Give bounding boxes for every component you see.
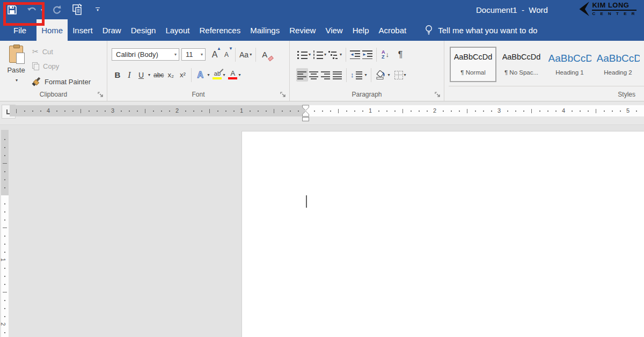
bullets-button[interactable]: ▾: [296, 48, 312, 61]
borders-button[interactable]: ▾: [393, 68, 407, 82]
font-dialog-launcher[interactable]: [280, 91, 287, 98]
tab-file[interactable]: File: [4, 19, 35, 41]
style-heading1-name: Heading 1: [555, 69, 583, 76]
logo-chevron-icon: [579, 2, 590, 16]
redo-button[interactable]: [50, 3, 63, 16]
copy-ribbon-button[interactable]: Copy: [32, 62, 59, 70]
tab-layout[interactable]: Layout: [160, 19, 194, 41]
numbering-button[interactable]: ▾: [312, 48, 327, 61]
ruler-tick: [4, 236, 5, 237]
subscript-button[interactable]: x₂: [165, 68, 177, 82]
change-case-button[interactable]: Aa▾: [238, 48, 253, 61]
text-effects-arrow-icon[interactable]: ▾: [207, 72, 209, 77]
align-left-button[interactable]: [296, 68, 308, 82]
tab-view[interactable]: View: [320, 19, 347, 41]
ruler-tick: [201, 111, 202, 112]
ruler-tick: [4, 171, 5, 172]
tab-draw[interactable]: Draw: [98, 19, 126, 41]
ruler-tick: [185, 111, 186, 112]
underline-button[interactable]: U: [135, 68, 147, 82]
multilevel-list-button[interactable]: ▾: [327, 48, 343, 61]
ruler-tick: [4, 244, 5, 245]
tab-references[interactable]: References: [194, 19, 245, 41]
font-color-arrow-icon[interactable]: ▾: [238, 72, 240, 77]
strikethrough-button[interactable]: abc: [152, 68, 165, 82]
font-name-dropdown-arrow-icon[interactable]: ▾: [172, 52, 177, 57]
increase-indent-button[interactable]: [361, 48, 374, 61]
style-heading1[interactable]: AaBbCcDd Heading 1: [546, 47, 593, 82]
clear-formatting-button[interactable]: A: [259, 48, 270, 61]
text-effects-button[interactable]: A: [194, 68, 206, 82]
indent-markers[interactable]: [302, 105, 310, 122]
ruler-number: 2: [0, 323, 6, 326]
align-center-button[interactable]: [308, 68, 320, 82]
tab-design[interactable]: Design: [126, 19, 161, 41]
copy-button[interactable]: [71, 3, 84, 16]
ruler-tick: [555, 111, 557, 112]
align-right-button[interactable]: [320, 68, 332, 82]
cut-button[interactable]: ✂ Cut: [32, 47, 53, 56]
paste-dropdown-arrow-icon[interactable]: ▾: [16, 78, 18, 83]
paragraph-dialog-launcher[interactable]: [434, 91, 441, 98]
horizontal-ruler[interactable]: 432112345: [10, 105, 644, 116]
line-spacing-button[interactable]: ↕ ▾: [349, 68, 368, 82]
show-hide-pilcrow-button[interactable]: ¶: [394, 48, 406, 61]
clipboard-dialog-launcher[interactable]: [97, 91, 104, 98]
paste-button[interactable]: Paste ▾: [3, 43, 30, 93]
ruler-number: 2: [175, 107, 179, 114]
style-heading1-preview: AaBbCcDd: [548, 53, 591, 67]
ruler-tick: [394, 111, 396, 112]
tell-me-label: Tell me what you want to do: [438, 26, 537, 35]
tab-review[interactable]: Review: [284, 19, 320, 41]
save-button[interactable]: [5, 3, 18, 16]
highlight-arrow-icon[interactable]: ▾: [223, 72, 225, 77]
tab-home[interactable]: Home: [36, 19, 68, 41]
tell-me-box[interactable]: Tell me what you want to do: [425, 19, 537, 41]
highlight-button[interactable]: ab: [213, 68, 222, 82]
style-normal[interactable]: AaBbCcDd ¶ Normal: [450, 47, 496, 82]
vertical-ruler[interactable]: 12: [1, 130, 9, 337]
styles-group: AaBbCcDd ¶ Normal AaBbCcDd ¶ No Spac... …: [444, 41, 644, 101]
undo-dropdown-arrow-icon[interactable]: ▾: [41, 8, 43, 12]
eraser-icon: [268, 56, 274, 61]
style-no-spacing[interactable]: AaBbCcDd ¶ No Spac...: [498, 47, 545, 82]
style-no-spacing-name: ¶ No Spac...: [504, 69, 538, 76]
decrease-indent-button[interactable]: [349, 48, 361, 61]
style-normal-name: ¶ Normal: [460, 69, 485, 76]
ruler-tick: [72, 111, 74, 112]
font-color-button[interactable]: A: [228, 68, 237, 82]
justify-button[interactable]: [332, 68, 343, 82]
customize-qat-button[interactable]: ▾: [91, 3, 104, 16]
format-painter-button[interactable]: Format Painter: [32, 77, 91, 86]
ruler-half-tick: [16, 109, 17, 113]
clipboard-group-label: Clipboard: [0, 91, 107, 98]
document-page[interactable]: [241, 131, 644, 337]
shading-button[interactable]: ▾: [374, 68, 391, 82]
ruler-half-tick: [3, 292, 7, 292]
font-name-combobox[interactable]: Calibri (Body) ▾: [112, 48, 179, 61]
undo-button[interactable]: [26, 3, 39, 16]
superscript-button[interactable]: x²: [177, 68, 188, 82]
ruler-half-tick: [80, 109, 81, 113]
borders-arrow-icon: ▾: [404, 72, 406, 77]
increase-indent-icon: [362, 50, 372, 59]
sort-button[interactable]: AZ ↓: [379, 49, 391, 60]
ruler-tick: [515, 111, 516, 112]
ruler-tick: [483, 111, 484, 112]
shrink-font-button[interactable]: A▼: [221, 48, 232, 61]
ruler-tick: [411, 111, 412, 112]
font-size-dropdown-arrow-icon[interactable]: ▾: [199, 52, 203, 57]
grow-font-button[interactable]: A▲: [209, 48, 221, 61]
underline-arrow-icon[interactable]: ▾: [148, 72, 150, 77]
first-line-indent-marker: [303, 105, 309, 111]
multilevel-list-icon: [328, 50, 339, 59]
bold-button[interactable]: B: [112, 68, 123, 82]
ruler-tick: [4, 316, 5, 317]
style-heading2[interactable]: AaBbCcDd Heading 2: [595, 47, 641, 82]
tab-acrobat[interactable]: Acrobat: [374, 19, 412, 41]
italic-button[interactable]: I: [123, 68, 135, 82]
tab-help[interactable]: Help: [348, 19, 374, 41]
font-size-combobox[interactable]: 11 ▾: [181, 48, 206, 61]
tab-mailings[interactable]: Mailings: [245, 19, 284, 41]
tab-insert[interactable]: Insert: [68, 19, 98, 41]
